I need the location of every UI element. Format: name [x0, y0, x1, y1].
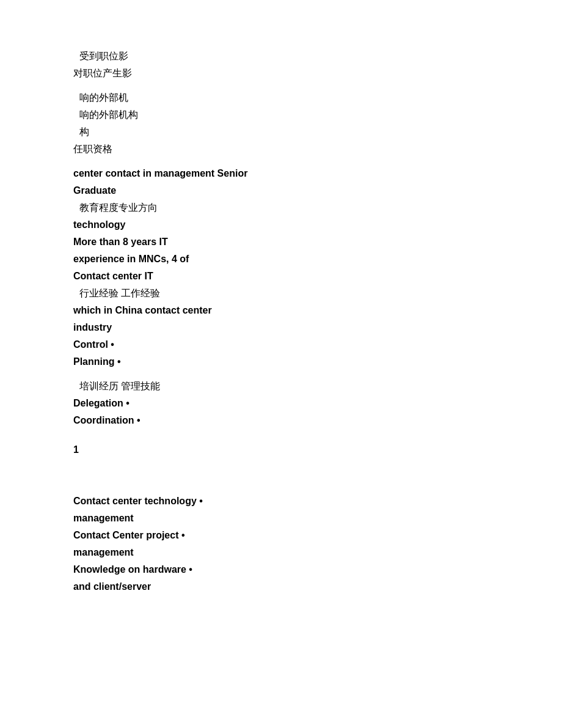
line-11: More than 8 years IT	[73, 235, 562, 249]
line-24: management	[73, 511, 562, 526]
line-17: Control •	[73, 337, 562, 352]
line-2: 对职位产生影	[73, 66, 562, 81]
line-26: management	[73, 545, 562, 560]
line-8: Graduate	[73, 183, 562, 198]
line-5: 构	[73, 125, 562, 139]
line-10: technology	[73, 218, 562, 232]
line-9: 教育程度专业方向	[73, 200, 562, 215]
line-19: 培训经历 管理技能	[73, 379, 562, 394]
line-16: industry	[73, 320, 562, 335]
line-23: Contact center technology •	[73, 494, 562, 509]
line-15: which in China contact center	[73, 303, 562, 318]
line-22: 1	[73, 443, 562, 457]
line-1: 受到职位影	[73, 49, 562, 64]
line-18: Planning •	[73, 355, 562, 369]
line-12: experience in MNCs, 4 of	[73, 252, 562, 267]
line-25: Contact Center project •	[73, 528, 562, 543]
line-28: and client/server	[73, 579, 562, 594]
line-27: Knowledge on hardware •	[73, 562, 562, 577]
line-7: center contact in management Senior	[73, 166, 562, 181]
line-14: 行业经验 工作经验	[73, 286, 562, 301]
page-container: 受到职位影 对职位产生影 响的外部机 响的外部机构 构 任职资格 center …	[0, 0, 562, 645]
line-3: 响的外部机	[73, 90, 562, 105]
line-4: 响的外部机构	[73, 108, 562, 122]
line-20: Delegation •	[73, 396, 562, 411]
line-21: Coordination •	[73, 413, 562, 428]
line-6: 任职资格	[73, 142, 562, 156]
line-13: Contact center IT	[73, 269, 562, 284]
